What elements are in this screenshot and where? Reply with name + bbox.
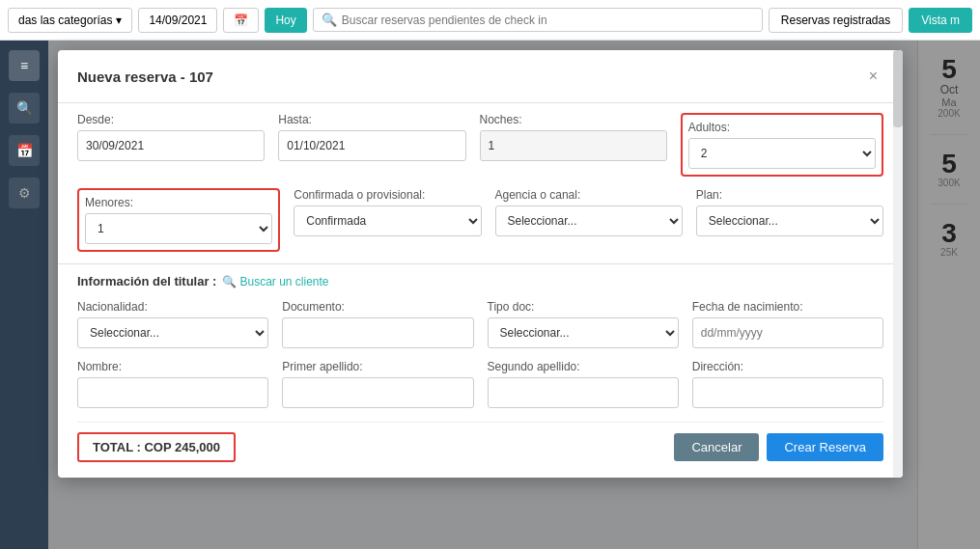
registered-button[interactable]: Reservas registradas (769, 8, 903, 33)
noches-input (480, 130, 667, 161)
form-row-3: Nacionalidad: Seleccionar... Documento: … (77, 300, 883, 348)
footer-buttons: Cancelar Crear Reserva (674, 433, 883, 461)
noches-label: Noches: (480, 113, 667, 126)
segundo-apellido-label: Segundo apellido: (488, 360, 679, 373)
desde-input[interactable] (77, 130, 265, 161)
direccion-label: Dirección: (692, 360, 883, 373)
total-badge: TOTAL : COP 245,000 (77, 432, 236, 462)
search-box: 🔍 (313, 8, 763, 32)
nacionalidad-label: Nacionalidad: (77, 300, 268, 314)
documento-input[interactable] (282, 317, 473, 348)
plan-group: Plan: Seleccionar... (696, 188, 883, 236)
modal-dialog: Nueva reserva - 107 × Desde: Hasta: Noch… (58, 50, 903, 478)
modal-title: Nueva reserva - 107 (77, 69, 213, 85)
category-label: das las categorías (18, 14, 112, 27)
modal-top-divider (58, 102, 903, 103)
scrollbar-thumb[interactable] (893, 50, 903, 127)
fecha-nac-input[interactable] (692, 317, 883, 348)
plan-select[interactable]: Seleccionar... (696, 206, 883, 236)
sidebar: ≡ 🔍 📅 ⚙ (0, 41, 48, 549)
adultos-label: Adultos: (688, 121, 876, 134)
modal-mid-divider (58, 263, 903, 264)
direccion-input[interactable] (692, 377, 883, 408)
menores-label: Menores: (85, 196, 272, 209)
segundo-apellido-group: Segundo apellido: (488, 360, 679, 408)
form-row-4: Nombre: Primer apellido: Segundo apellid… (77, 360, 883, 408)
fecha-nac-group: Fecha de nacimiento: (692, 300, 883, 348)
buscar-cliente-link[interactable]: 🔍 Buscar un cliente (222, 275, 328, 288)
titular-heading-text: Información del titular : (77, 274, 216, 288)
desde-group: Desde: (77, 113, 265, 161)
calendar-icon: 📅 (234, 14, 248, 27)
form-row-2: Menores: 1 0 2 3 Confirmada o provisiona… (77, 188, 883, 252)
search-input[interactable] (342, 14, 754, 27)
modal-close-button[interactable]: × (863, 66, 883, 87)
today-label: Hoy (275, 14, 295, 27)
nombre-input[interactable] (77, 377, 268, 408)
sidebar-icon-search[interactable]: 🔍 (9, 93, 40, 124)
adultos-group: Adultos: 2 1 3 4 (681, 113, 883, 177)
desde-label: Desde: (77, 113, 265, 126)
tipo-doc-group: Tipo doc: Seleccionar... (488, 300, 679, 348)
chevron-down-icon: ▾ (116, 14, 122, 27)
modal-header: Nueva reserva - 107 × (77, 66, 883, 87)
primer-apellido-group: Primer apellido: (282, 360, 473, 408)
category-button[interactable]: das las categorías ▾ (8, 8, 132, 33)
nacionalidad-select[interactable]: Seleccionar... (77, 317, 268, 348)
vista-label: Vista m (921, 14, 960, 27)
plan-label: Plan: (696, 188, 883, 202)
agencia-label: Agencia o canal: (495, 188, 683, 202)
segundo-apellido-input[interactable] (488, 377, 679, 408)
nombre-label: Nombre: (77, 360, 268, 373)
confirmada-label: Confirmada o provisional: (294, 188, 481, 202)
confirmada-group: Confirmada o provisional: Confirmada Pro… (294, 188, 481, 236)
tipo-doc-label: Tipo doc: (488, 300, 679, 314)
search-icon: 🔍 (322, 13, 337, 27)
vista-button[interactable]: Vista m (909, 8, 972, 33)
agencia-group: Agencia o canal: Seleccionar... (495, 188, 683, 236)
date-label: 14/09/2021 (149, 14, 207, 27)
date-button[interactable]: 14/09/2021 (138, 8, 217, 33)
hasta-input[interactable] (278, 130, 465, 161)
menores-group: Menores: 1 0 2 3 (77, 188, 280, 252)
hasta-group: Hasta: (278, 113, 465, 161)
fecha-nac-label: Fecha de nacimiento: (692, 300, 883, 314)
sidebar-icon-menu[interactable]: ≡ (9, 50, 40, 81)
nacionalidad-group: Nacionalidad: Seleccionar... (77, 300, 268, 348)
menores-select[interactable]: 1 0 2 3 (85, 213, 272, 244)
primer-apellido-input[interactable] (282, 377, 473, 408)
sidebar-icon-settings[interactable]: ⚙ (9, 178, 40, 208)
adultos-select[interactable]: 2 1 3 4 (688, 138, 876, 169)
hasta-label: Hasta: (278, 113, 465, 126)
documento-label: Documento: (282, 300, 473, 314)
tipo-doc-select[interactable]: Seleccionar... (488, 317, 679, 348)
modal-footer: TOTAL : COP 245,000 Cancelar Crear Reser… (77, 422, 883, 462)
confirmada-select[interactable]: Confirmada Provisional (294, 206, 481, 236)
form-row-1: Desde: Hasta: Noches: Adultos: 2 1 3 4 (77, 113, 883, 177)
today-button[interactable]: Hoy (265, 8, 306, 33)
buscar-cliente-label: Buscar un cliente (239, 275, 328, 288)
modal-scrollbar[interactable] (893, 50, 903, 478)
search-icon-small: 🔍 (222, 275, 237, 288)
cancel-button[interactable]: Cancelar (674, 433, 759, 461)
titular-heading: Información del titular : 🔍 Buscar un cl… (77, 274, 883, 288)
noches-group: Noches: (480, 113, 667, 161)
primer-apellido-label: Primer apellido: (282, 360, 473, 373)
sidebar-icon-calendar[interactable]: 📅 (9, 135, 40, 166)
crear-reserva-button[interactable]: Crear Reserva (767, 433, 883, 461)
calendar-icon-button[interactable]: 📅 (223, 8, 259, 33)
agencia-select[interactable]: Seleccionar... (495, 206, 683, 236)
documento-group: Documento: (282, 300, 473, 348)
toolbar: das las categorías ▾ 14/09/2021 📅 Hoy 🔍 … (0, 0, 980, 41)
direccion-group: Dirección: (692, 360, 883, 408)
nombre-group: Nombre: (77, 360, 268, 408)
registered-label: Reservas registradas (781, 14, 890, 27)
